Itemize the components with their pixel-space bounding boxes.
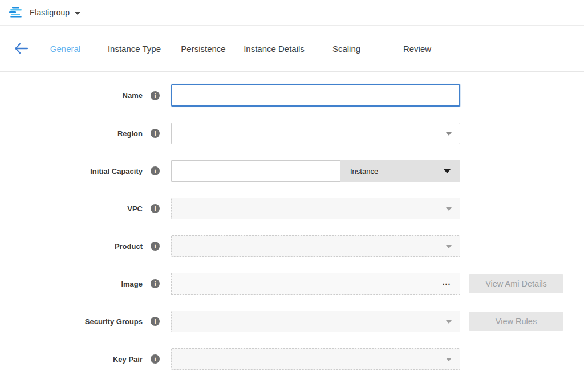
info-icon[interactable]: i bbox=[151, 354, 160, 364]
info-icon[interactable]: i bbox=[151, 317, 160, 326]
info-icon[interactable]: i bbox=[151, 129, 160, 138]
region-select[interactable] bbox=[171, 122, 460, 144]
chevron-down-icon bbox=[446, 320, 452, 324]
form-row-initial-capacity: Initial Capacity i Instance bbox=[0, 160, 584, 182]
product-name: Elastigroup bbox=[30, 8, 70, 17]
image-value bbox=[172, 273, 433, 294]
initial-capacity-label: Initial Capacity bbox=[0, 167, 143, 175]
tab-instance-type[interactable]: Instance Type bbox=[100, 44, 169, 54]
tab-instance-details[interactable]: Instance Details bbox=[238, 44, 310, 54]
chevron-down-icon bbox=[75, 12, 80, 15]
key-pair-select[interactable] bbox=[171, 348, 460, 370]
initial-capacity-input[interactable] bbox=[171, 160, 340, 182]
view-ami-details-button[interactable]: View Ami Details bbox=[469, 274, 563, 293]
form-row-security-groups: Security Groups i View Rules bbox=[0, 311, 584, 332]
tab-general[interactable]: General bbox=[31, 44, 100, 54]
vpc-select[interactable] bbox=[171, 198, 460, 219]
key-pair-label: Key Pair bbox=[0, 355, 143, 364]
arrow-left-icon bbox=[14, 43, 29, 54]
chevron-down-icon bbox=[446, 245, 452, 248]
chevron-down-icon bbox=[446, 207, 452, 211]
image-browse-button[interactable]: ... bbox=[433, 273, 460, 294]
name-input[interactable] bbox=[171, 84, 460, 107]
elastigroup-logo-icon bbox=[9, 6, 23, 19]
capacity-unit-select[interactable]: Instance bbox=[340, 160, 460, 182]
chevron-down-icon bbox=[444, 169, 451, 173]
security-groups-label: Security Groups bbox=[0, 317, 143, 326]
view-rules-button[interactable]: View Rules bbox=[469, 312, 563, 331]
capacity-unit-value: Instance bbox=[350, 167, 378, 175]
region-label: Region bbox=[0, 129, 143, 138]
tab-persistence[interactable]: Persistence bbox=[169, 44, 238, 54]
tab-review[interactable]: Review bbox=[383, 44, 452, 54]
info-icon[interactable]: i bbox=[151, 166, 160, 175]
chevron-down-icon bbox=[446, 358, 452, 361]
form-row-region: Region i bbox=[0, 122, 584, 144]
image-label: Image bbox=[0, 280, 143, 288]
security-groups-select[interactable] bbox=[171, 311, 460, 332]
vpc-label: VPC bbox=[0, 205, 143, 213]
info-icon[interactable]: i bbox=[151, 91, 160, 100]
info-icon[interactable]: i bbox=[151, 242, 160, 251]
chevron-down-icon bbox=[446, 132, 452, 136]
top-bar: Elastigroup bbox=[0, 0, 584, 26]
form-row-vpc: VPC i bbox=[0, 198, 584, 219]
product-switcher[interactable]: Elastigroup bbox=[9, 6, 80, 19]
info-icon[interactable]: i bbox=[151, 279, 160, 288]
image-field[interactable]: ... bbox=[171, 273, 460, 295]
product-label: Product bbox=[0, 242, 143, 251]
form-row-key-pair: Key Pair i bbox=[0, 348, 584, 370]
tab-scaling[interactable]: Scaling bbox=[310, 44, 383, 54]
name-label: Name bbox=[0, 91, 143, 100]
form-row-product: Product i bbox=[0, 235, 584, 257]
wizard-tab-bar: General Instance Type Persistence Instan… bbox=[0, 26, 584, 72]
info-icon[interactable]: i bbox=[151, 204, 160, 213]
back-button[interactable] bbox=[11, 39, 31, 58]
tabs: General Instance Type Persistence Instan… bbox=[31, 44, 452, 54]
general-settings-form: Name i Region i Initial Capacity i Insta… bbox=[0, 72, 584, 370]
form-row-name: Name i bbox=[0, 84, 584, 107]
product-select[interactable] bbox=[171, 235, 460, 257]
form-row-image: Image i ... View Ami Details bbox=[0, 273, 584, 295]
